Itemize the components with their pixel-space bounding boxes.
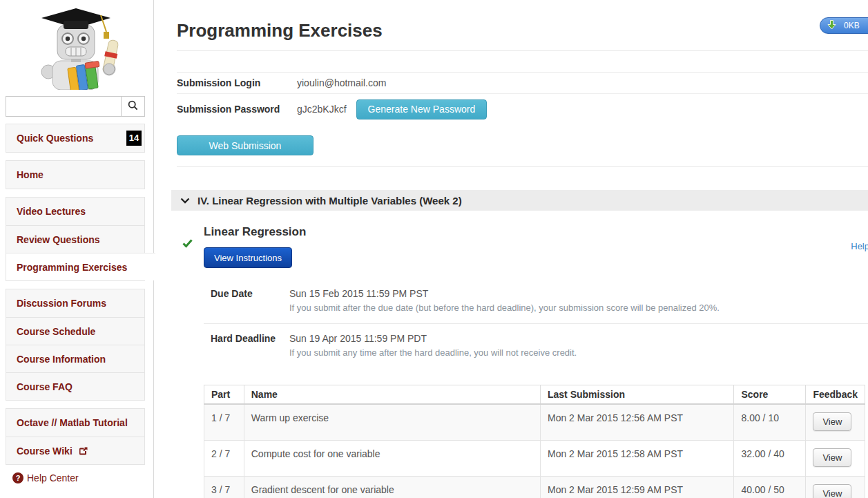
- score-cell: 40.00 / 50: [734, 477, 806, 498]
- download-speed-widget[interactable]: 0KB: [820, 17, 868, 34]
- submission-password-label: Submission Password: [177, 104, 297, 115]
- column-header-last-submission: Last Submission: [540, 385, 734, 405]
- column-header-score: Score: [734, 385, 806, 405]
- sidebar-item-discussion-forums[interactable]: Discussion Forums: [6, 289, 144, 317]
- page: Quick Questions 14 Home Video Lectures R…: [0, 0, 868, 498]
- score-cell: 8.00 / 10: [734, 404, 806, 441]
- sidebar: Quick Questions 14 Home Video Lectures R…: [0, 0, 154, 498]
- submission-login-row: Submission Login yioulin@hotmail.com: [177, 73, 868, 94]
- submission-password-row: Submission Password gJc2bKJkcf Generate …: [177, 94, 868, 124]
- hard-deadline-row: Hard Deadline Sun 19 Apr 2015 11:59 PM P…: [204, 323, 868, 368]
- sidebar-item-label: Quick Questions: [17, 133, 93, 144]
- submission-password-value: gJc2bKJkcf: [297, 104, 347, 115]
- page-title: Programming Exercises: [177, 20, 868, 41]
- main-content: Programming Exercises Submission Login y…: [154, 0, 868, 498]
- chevron-down-icon: [180, 198, 190, 204]
- submission-login-value: yioulin@hotmail.com: [297, 77, 386, 88]
- section-header-week2[interactable]: IV. Linear Regression with Multiple Vari…: [171, 190, 868, 211]
- part-cell: 3 / 7: [204, 477, 244, 498]
- column-header-name: Name: [244, 385, 540, 405]
- deadline-info: Due Date Sun 15 Feb 2015 11:59 PM PST If…: [204, 282, 868, 368]
- sidebar-item-course-wiki[interactable]: Course Wiki: [6, 437, 144, 464]
- name-cell: Compute cost for one variable: [244, 441, 540, 477]
- table-header-row: Part Name Last Submission Score Feedback: [204, 385, 865, 405]
- search-icon: [128, 100, 138, 113]
- table-row: 1 / 7 Warm up exercise Mon 2 Mar 2015 12…: [204, 404, 865, 441]
- course-logo-robot-image: [6, 6, 145, 90]
- due-date-row: Due Date Sun 15 Feb 2015 11:59 PM PST If…: [204, 282, 868, 323]
- section-content: Help Linear Regression View Instructions…: [177, 225, 868, 498]
- view-instructions-button[interactable]: View Instructions: [204, 247, 292, 268]
- last-submission-cell: Mon 2 Mar 2015 12:56 AM PST: [540, 404, 734, 441]
- sidebar-group-resources: Octave // Matlab Tutorial Course Wiki: [6, 408, 145, 465]
- last-submission-cell: Mon 2 Mar 2015 12:58 AM PST: [540, 441, 734, 477]
- help-circle-icon: ?: [12, 472, 23, 483]
- divider: [177, 50, 868, 51]
- exercise-parts-table: Part Name Last Submission Score Feedback…: [204, 385, 865, 498]
- sidebar-item-label: Course Schedule: [17, 326, 95, 337]
- download-arrow-icon: [827, 20, 836, 32]
- name-cell: Warm up exercise: [244, 404, 540, 441]
- search-button[interactable]: [121, 97, 144, 116]
- exercise-title: Linear Regression: [204, 225, 868, 239]
- sidebar-item-course-faq[interactable]: Course FAQ: [6, 372, 144, 400]
- sidebar-item-label: Review Questions: [17, 234, 100, 245]
- divider: [177, 166, 868, 167]
- sidebar-group-home: Home: [6, 160, 145, 189]
- column-header-part: Part: [204, 385, 244, 405]
- sidebar-item-video-lectures[interactable]: Video Lectures: [6, 198, 144, 225]
- sidebar-item-label: Course Wiki: [17, 446, 73, 457]
- view-feedback-button[interactable]: View: [813, 448, 851, 467]
- due-date-note: If you submit after the due date (but be…: [289, 302, 720, 314]
- hard-deadline-value: Sun 19 Apr 2015 11:59 PM PDT: [289, 332, 577, 345]
- due-date-value: Sun 15 Feb 2015 11:59 PM PST: [289, 287, 720, 300]
- quick-questions-count-badge: 14: [126, 131, 142, 146]
- external-link-icon: [79, 438, 88, 466]
- download-speed-label: 0KB: [844, 21, 860, 30]
- score-cell: 32.00 / 40: [734, 441, 806, 477]
- sidebar-item-label: Course FAQ: [17, 381, 73, 392]
- search-box: [6, 96, 145, 117]
- part-cell: 1 / 7: [204, 404, 244, 441]
- sidebar-item-home[interactable]: Home: [6, 161, 144, 189]
- sidebar-item-review-questions[interactable]: Review Questions: [6, 225, 144, 253]
- sidebar-item-label: Programming Exercises: [17, 262, 127, 273]
- hard-deadline-note: If you submit any time after the hard de…: [289, 347, 577, 358]
- sidebar-item-label: Home: [17, 169, 44, 180]
- sidebar-item-label: Discussion Forums: [17, 298, 106, 309]
- name-cell: Gradient descent for one variable: [244, 477, 540, 498]
- sidebar-group-course-info: Discussion Forums Course Schedule Course…: [6, 289, 145, 401]
- table-row: 3 / 7 Gradient descent for one variable …: [204, 477, 865, 498]
- sidebar-item-label: Video Lectures: [17, 206, 86, 217]
- column-header-feedback: Feedback: [806, 385, 865, 405]
- hard-deadline-label: Hard Deadline: [211, 332, 289, 358]
- sidebar-item-programming-exercises[interactable]: Programming Exercises: [6, 253, 155, 280]
- search-input[interactable]: [6, 97, 121, 116]
- web-submission-button[interactable]: Web Submission: [177, 135, 314, 155]
- sidebar-item-course-information[interactable]: Course Information: [6, 345, 144, 372]
- sidebar-item-help-center[interactable]: ? Help Center: [6, 472, 145, 483]
- help-link[interactable]: Help: [851, 241, 868, 251]
- sidebar-group-course-content: Video Lectures Review Questions Programm…: [6, 197, 145, 281]
- help-center-label: Help Center: [27, 472, 79, 483]
- sidebar-item-label: Octave // Matlab Tutorial: [17, 417, 128, 428]
- sidebar-item-octave-matlab-tutorial[interactable]: Octave // Matlab Tutorial: [6, 409, 144, 437]
- due-date-label: Due Date: [211, 287, 289, 314]
- generate-new-password-button[interactable]: Generate New Password: [356, 99, 488, 119]
- sidebar-item-label: Course Information: [17, 354, 106, 365]
- submission-login-label: Submission Login: [177, 77, 297, 88]
- view-feedback-button[interactable]: View: [813, 412, 851, 431]
- table-row: 2 / 7 Compute cost for one variable Mon …: [204, 441, 865, 477]
- sidebar-item-course-schedule[interactable]: Course Schedule: [6, 317, 144, 345]
- sidebar-group-quick-questions: Quick Questions 14: [6, 124, 145, 153]
- last-submission-cell: Mon 2 Mar 2015 12:59 AM PST: [540, 477, 734, 498]
- sidebar-item-quick-questions[interactable]: Quick Questions 14: [6, 124, 144, 152]
- check-icon: [182, 238, 193, 251]
- view-feedback-button[interactable]: View: [813, 484, 851, 498]
- part-cell: 2 / 7: [204, 441, 244, 477]
- section-title: IV. Linear Regression with Multiple Vari…: [197, 195, 462, 207]
